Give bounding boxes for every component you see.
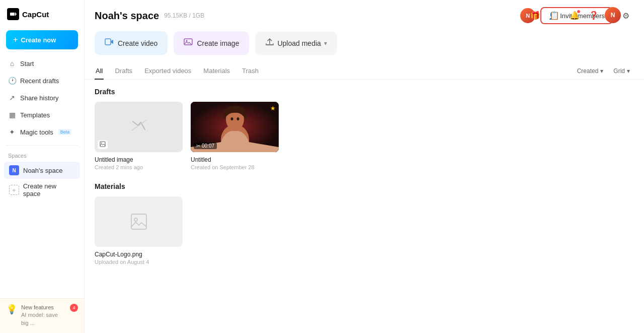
footer-badge: 4	[70, 304, 78, 312]
notification-button[interactable]: 🔔	[567, 7, 583, 23]
drafts-section-title: Drafts	[95, 88, 634, 96]
footer-text: New features AI model: save big ...	[21, 304, 66, 327]
notification-dot	[577, 10, 581, 14]
upload-media-button[interactable]: Upload media ▾	[255, 32, 337, 55]
broken-image-placeholder	[95, 102, 183, 152]
tab-trash[interactable]: Trash	[241, 63, 260, 80]
tab-all[interactable]: All	[95, 63, 104, 80]
draft-thumb-untitled: ✂ 00:07 ★	[191, 102, 279, 152]
material-title: CapCut-Logo.png	[95, 251, 183, 258]
sidebar-item-label: Share history	[20, 94, 59, 102]
image-icon	[184, 37, 193, 49]
gift-button[interactable]: 🎁	[527, 7, 543, 23]
video-icon	[105, 37, 114, 49]
topbar: Noah's space 95.15KB / 1GB N 👤 Invite me…	[85, 0, 644, 31]
spaces-label: Spaces	[0, 151, 84, 162]
svg-rect-5	[100, 142, 105, 147]
sidebar-item-noahs-space[interactable]: N Noah's space	[4, 162, 80, 179]
draft-card-untitled-image[interactable]: Untitled image Created 2 mins ago	[95, 102, 183, 170]
star-icon: ★	[270, 105, 276, 112]
svg-marker-1	[15, 12, 17, 16]
tab-materials[interactable]: Materials	[202, 63, 231, 80]
view-label: Grid	[613, 68, 625, 75]
tab-exported[interactable]: Exported videos	[143, 63, 192, 80]
draft-thumb-untitled-image	[95, 102, 183, 152]
create-video-button[interactable]: Create video	[95, 31, 168, 55]
tab-controls: Created ▾ Grid ▾	[573, 65, 634, 77]
svg-point-6	[101, 143, 102, 144]
sidebar-footer: 💡 New features AI model: save big ... 4	[0, 298, 84, 333]
create-video-label: Create video	[118, 39, 157, 47]
tabs-row: All Drafts Exported videos Materials Tra…	[85, 63, 644, 80]
sort-button[interactable]: Created ▾	[573, 65, 608, 77]
materials-grid: CapCut-Logo.png Uploaded on August 4	[95, 196, 634, 265]
tab-drafts[interactable]: Drafts	[114, 63, 133, 80]
sidebar-item-label: Recent drafts	[20, 77, 59, 85]
svg-point-10	[231, 117, 233, 120]
broken-icon	[131, 117, 147, 137]
view-chevron-icon: ▾	[627, 68, 630, 75]
create-image-label: Create image	[197, 39, 239, 47]
main-content: Noah's space 95.15KB / 1GB N 👤 Invite me…	[85, 0, 644, 333]
draft-card-untitled[interactable]: ✂ 00:07 ★ Untitled Created on September …	[191, 102, 279, 170]
duration-text: 00:07	[202, 143, 214, 149]
sidebar-item-start[interactable]: ⌂ Start	[4, 55, 80, 72]
upload-icon	[265, 38, 274, 49]
sidebar-item-templates[interactable]: ▦ Templates	[4, 107, 80, 123]
sidebar: CapCut + Create now ⌂ Start 🕐 Recent dra…	[0, 0, 85, 333]
beta-badge: Beta	[58, 129, 72, 135]
clock-icon: 🕐	[8, 77, 16, 85]
action-row: Create video Create image Upload media	[85, 31, 644, 63]
svg-rect-2	[105, 39, 111, 45]
drafts-grid: Untitled image Created 2 mins ago	[95, 102, 634, 170]
material-placeholder	[95, 196, 183, 247]
history-icon: 📋	[549, 11, 559, 20]
dropdown-arrow-icon: ▾	[324, 40, 327, 47]
sidebar-item-share-history[interactable]: ↗ Share history	[4, 90, 80, 106]
footer-title: New features	[21, 304, 66, 311]
plus-icon: +	[13, 35, 18, 44]
user-avatar[interactable]: N	[605, 7, 621, 23]
upload-media-label: Upload media	[277, 39, 320, 47]
help-button[interactable]: ❓	[586, 7, 602, 23]
sidebar-item-label: Start	[20, 60, 34, 68]
space-avatar: N	[9, 165, 19, 175]
material-subtitle: Uploaded on August 4	[95, 259, 183, 265]
draft-subtitle-untitled-image: Created 2 mins ago	[95, 164, 183, 170]
draft-subtitle-untitled: Created on September 28	[191, 164, 279, 170]
templates-icon: ▦	[8, 111, 16, 119]
create-image-button[interactable]: Create image	[174, 31, 249, 55]
material-card-capcut-logo[interactable]: CapCut-Logo.png Uploaded on August 4	[95, 196, 183, 265]
create-new-space[interactable]: + Create new space	[4, 179, 80, 201]
create-space-label: Create new space	[23, 182, 75, 197]
lightbulb-icon: 💡	[6, 304, 17, 315]
history-button[interactable]: 📋	[546, 7, 562, 23]
sidebar-item-recent-drafts[interactable]: 🕐 Recent drafts	[4, 73, 80, 89]
image-type-icon	[98, 140, 108, 149]
svg-rect-0	[10, 13, 15, 16]
svg-point-4	[186, 40, 188, 42]
home-icon: ⌂	[8, 59, 16, 68]
gift-icon: 🎁	[530, 11, 540, 20]
topbar-left: Noah's space 95.15KB / 1GB	[95, 10, 204, 22]
draft-title-untitled-image: Untitled image	[95, 156, 183, 163]
share-icon: ↗	[8, 94, 16, 102]
topbar-right: N 👤 Invite members ⚙ 🎁 📋 🔔	[520, 7, 634, 24]
app-logo: CapCut	[0, 0, 84, 28]
create-now-button[interactable]: + Create now	[6, 30, 78, 49]
svg-point-13	[134, 218, 137, 221]
sidebar-item-magic-tools[interactable]: ✦ Magic tools Beta	[4, 124, 80, 140]
svg-rect-12	[131, 214, 146, 229]
material-thumb-capcut-logo	[95, 196, 183, 247]
create-space-icon: +	[9, 185, 19, 195]
content-area: Drafts	[85, 80, 644, 285]
svg-point-11	[237, 117, 239, 120]
help-icon: ❓	[589, 11, 599, 20]
page-title: Noah's space	[95, 10, 159, 22]
sidebar-divider	[6, 145, 78, 146]
sidebar-item-label: Templates	[20, 111, 50, 119]
view-button[interactable]: Grid ▾	[609, 65, 634, 77]
draft-title-untitled: Untitled	[191, 156, 279, 163]
magic-icon: ✦	[8, 128, 16, 136]
scissors-icon: ✂	[196, 143, 200, 149]
